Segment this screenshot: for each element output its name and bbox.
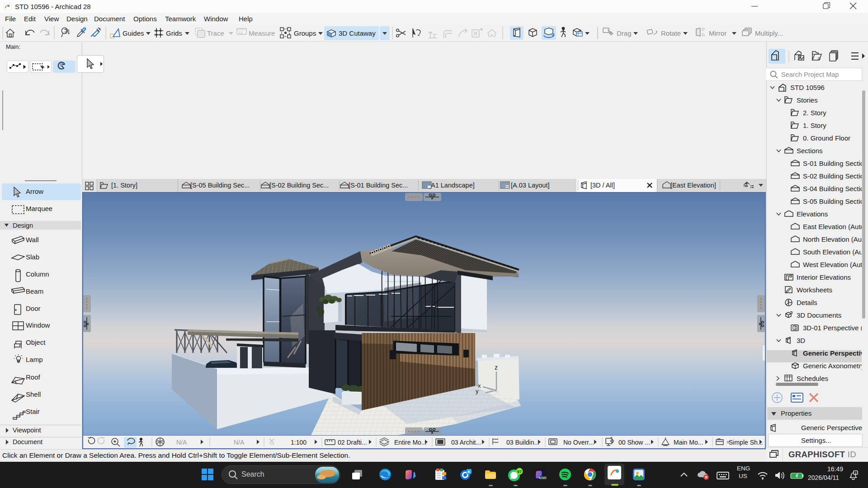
svg-text:y: y — [476, 388, 479, 394]
svg-text:M365: M365 — [539, 476, 547, 479]
svg-text:z: z — [495, 364, 498, 371]
svg-text:12: 12 — [239, 31, 242, 35]
svg-text:97: 97 — [517, 469, 522, 474]
svg-text:z: z — [855, 471, 857, 474]
